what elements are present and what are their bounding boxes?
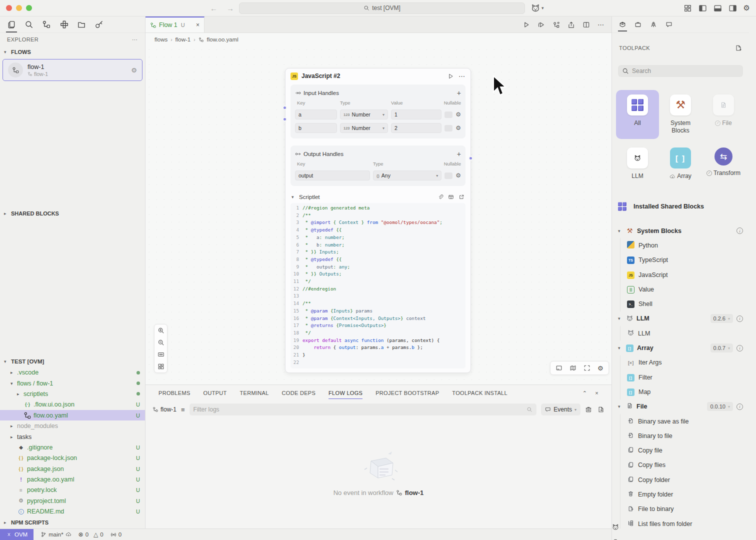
problems-item[interactable]: ⊗ 0 △ 0	[78, 531, 104, 538]
flow-item-flow-1[interactable]: flow-1 flow-1 ⚙	[2, 59, 142, 81]
tree-item-flow-ui-oo-json[interactable]: {·}.flow.ui.oo.jsonU	[0, 400, 145, 410]
toggle-bottom-panel-icon[interactable]	[714, 4, 722, 12]
run-selection-icon[interactable]	[552, 21, 560, 28]
handle-value-input[interactable]: 2	[391, 123, 442, 133]
nullable-toggle[interactable]	[444, 172, 452, 179]
version-selector[interactable]: 0.0.10▾	[707, 402, 733, 411]
clear-logs-icon[interactable]	[585, 406, 592, 413]
auto-layout-icon[interactable]	[158, 363, 164, 370]
panel-tab-toolpack-install[interactable]: TOOLPACK INSTALL	[452, 385, 508, 401]
settings-gear-icon[interactable]: ⚙	[744, 4, 750, 12]
toolpack-category-file[interactable]: ✓File	[702, 90, 745, 139]
block-item-python[interactable]: Python	[612, 238, 749, 252]
fit-view-icon[interactable]	[158, 351, 164, 358]
flow-canvas[interactable]: JS JavaScript #2 ⋯ Input Handles + KeyTy…	[146, 46, 612, 384]
log-flow-selector[interactable]: flow-1	[152, 406, 176, 413]
info-icon[interactable]: i	[736, 228, 743, 234]
attach-icon[interactable]	[438, 194, 444, 200]
tree-item-readme-md[interactable]: iREADME.mdU	[0, 506, 145, 517]
folder-tab-icon[interactable]	[77, 20, 86, 29]
nav-back-icon[interactable]: ←	[210, 4, 218, 12]
handle-type-select[interactable]: {}Any▾	[373, 170, 442, 180]
log-list-icon[interactable]: ≡	[181, 406, 185, 414]
npm-scripts-section-header[interactable]: ▸ NPM SCRIPTS	[0, 517, 145, 528]
handle-key-input[interactable]: output	[295, 170, 370, 180]
block-item-javascript[interactable]: JSJavaScript	[612, 268, 749, 282]
run-from-node-icon[interactable]	[538, 21, 545, 28]
block-item-binary-to-file[interactable]: Binary to file	[612, 428, 749, 443]
handle-type-select[interactable]: 123Number▾	[340, 123, 388, 133]
tree-item-pyproject-toml[interactable]: ⚙pyproject.tomlU	[0, 496, 145, 506]
handle-value-input[interactable]: 1	[391, 110, 442, 120]
chevron-down-icon[interactable]: ▾	[292, 194, 296, 200]
tree-item-package-lock-json[interactable]: { }package-lock.jsonU	[0, 453, 145, 464]
nav-forward-icon[interactable]: →	[226, 4, 234, 12]
minimap-icon[interactable]	[570, 364, 576, 372]
customize-layout-icon[interactable]	[684, 4, 692, 12]
block-item-shell[interactable]: >_Shell	[612, 296, 749, 311]
panel-tab-problems[interactable]: PROBLEMS	[158, 385, 190, 401]
breadcrumb[interactable]: flows›flow-1›flow.oo.yaml	[146, 33, 612, 46]
handle-key-input[interactable]: a	[295, 110, 337, 120]
tree-item-package-oo-yaml[interactable]: !package.oo.yamlU	[0, 474, 145, 484]
export-logs-icon[interactable]	[598, 406, 604, 413]
scriptlet-code-editor[interactable]: 1//#region generated meta2/**3 * @import…	[290, 203, 466, 368]
row-settings-gear-icon[interactable]: ⚙	[456, 172, 461, 179]
key-tab-icon[interactable]	[94, 20, 104, 29]
info-icon[interactable]: i	[736, 345, 743, 352]
tree-item-scriptlets[interactable]: ▸scriptlets	[0, 388, 145, 399]
block-item-value[interactable]: ≣Value	[612, 282, 749, 296]
canvas-settings-gear-icon[interactable]: ⚙	[598, 364, 604, 372]
node-more-icon[interactable]: ⋯	[458, 72, 466, 80]
panel-collapse-icon[interactable]: ⌃	[582, 390, 588, 396]
blocks-tab-icon[interactable]	[60, 20, 68, 29]
version-selector[interactable]: 0.2.6▾	[710, 314, 733, 323]
info-icon[interactable]: i	[736, 316, 743, 322]
tree-item-gitignore[interactable]: ◆.gitignoreU	[0, 442, 145, 452]
block-item-copy-flies[interactable]: Copy flies	[612, 458, 749, 472]
block-item-copy-file[interactable]: Copy file	[612, 443, 749, 458]
block-item-typescript[interactable]: TSTypeScript	[612, 253, 749, 268]
assistant-menu[interactable]: ▾	[531, 4, 546, 12]
tree-item-flow-oo-yaml[interactable]: flow.oo.yamlU	[0, 410, 145, 420]
node-javascript-2[interactable]: JS JavaScript #2 ⋯ Input Handles + KeyTy…	[285, 68, 471, 373]
add-output-handle-icon[interactable]: +	[457, 150, 461, 158]
tab-close-icon[interactable]: ×	[196, 22, 200, 28]
run-node-icon[interactable]	[448, 73, 454, 80]
breadcrumb-item-flow-oo-yaml[interactable]: flow.oo.yaml	[207, 36, 238, 42]
events-filter-dropdown[interactable]: Events ▾	[541, 404, 580, 416]
search-tab-icon[interactable]	[24, 20, 34, 29]
command-center-search[interactable]: test [OVM]	[239, 2, 525, 14]
block-group-array[interactable]: ▾[]Array0.0.7▾i	[612, 340, 749, 355]
shared-blocks-section-header[interactable]: ▸ SHARED BLOCKS	[0, 208, 145, 219]
info-icon[interactable]: i	[736, 404, 743, 410]
panel-tab-output[interactable]: OUTPUT	[204, 385, 227, 401]
tree-item-poetry-lock[interactable]: ≡poetry.lockU	[0, 485, 145, 496]
panel-tab-code-deps[interactable]: CODE DEPS	[282, 385, 316, 401]
filter-logs-input[interactable]: Filter logs	[190, 404, 537, 416]
toolpack-search-input[interactable]: Search	[618, 65, 743, 77]
block-item-copy-folder[interactable]: Copy folder	[612, 472, 749, 487]
nullable-toggle[interactable]	[444, 112, 452, 118]
minimize-window-button[interactable]	[16, 5, 22, 11]
row-settings-gear-icon[interactable]: ⚙	[456, 124, 461, 132]
remote-indicator[interactable]: OVM	[0, 529, 34, 540]
panel-close-icon[interactable]: ×	[595, 390, 598, 396]
version-selector[interactable]: 0.0.7▾	[710, 344, 733, 352]
toggle-right-panel-icon[interactable]	[728, 4, 737, 12]
flows-section-header[interactable]: ▾ FLOWS	[0, 46, 145, 58]
input-handle-dot-b[interactable]	[282, 117, 287, 122]
run-flow-icon[interactable]	[522, 21, 530, 28]
block-item-empty-folder[interactable]: Empty folder	[612, 487, 749, 502]
toolpack-category-all[interactable]: All	[616, 90, 659, 139]
zoom-out-icon[interactable]	[158, 339, 164, 346]
block-group-system-blocks[interactable]: ▾⚒System Blocksi	[612, 224, 749, 238]
block-item-map[interactable]: []Map	[612, 384, 749, 399]
flows-tab-icon[interactable]	[42, 20, 51, 29]
block-group-file[interactable]: ▾File0.0.10▾i	[612, 400, 749, 414]
explorer-more-icon[interactable]: ⋯	[132, 36, 138, 43]
ports-item[interactable]: 0	[110, 532, 122, 538]
close-window-button[interactable]	[6, 5, 12, 11]
output-handle-dot[interactable]	[468, 156, 473, 160]
nullable-toggle[interactable]	[444, 125, 452, 132]
